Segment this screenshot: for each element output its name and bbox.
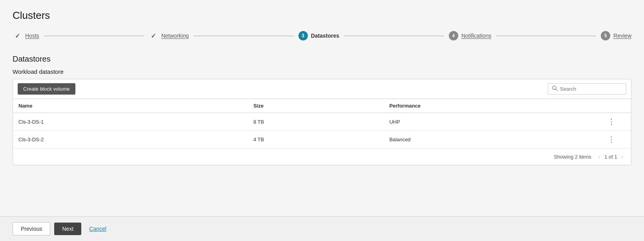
step-datastores: 3 Datastores — [298, 31, 339, 40]
step-networking-circle: ✓ — [149, 31, 158, 40]
search-box — [548, 83, 626, 95]
step-review-circle: 5 — [601, 31, 610, 40]
pagination-next-button[interactable]: › — [619, 152, 626, 161]
cancel-button[interactable]: Cancel — [85, 223, 110, 235]
page-title: Clusters — [13, 9, 631, 22]
col-header-name: Name — [13, 99, 248, 113]
create-block-volume-button[interactable]: Create block volume — [18, 83, 75, 95]
cell-performance: Balanced — [384, 131, 600, 148]
step-line-2 — [194, 36, 294, 36]
table-footer: Showing 2 items ‹ 1 of 1 › — [13, 148, 631, 165]
step-review: 5 Review — [601, 31, 631, 40]
showing-items-text: Showing 2 items — [554, 154, 591, 160]
cell-size: 4 TB — [248, 131, 384, 148]
step-datastores-label: Datastores — [311, 33, 339, 39]
col-header-actions — [600, 99, 631, 113]
step-line-4 — [496, 36, 596, 36]
pagination-controls: ‹ 1 of 1 › — [596, 152, 626, 161]
page-wrapper: Clusters ✓ Hosts ✓ Networking 3 — [0, 0, 644, 241]
step-hosts-label[interactable]: Hosts — [25, 33, 39, 39]
step-line-1 — [44, 36, 144, 36]
cell-performance: UHP — [384, 113, 600, 131]
row-more-button[interactable]: ⋮ — [606, 135, 617, 144]
cell-name: Cls-3-DS-1 — [13, 113, 248, 131]
next-button[interactable]: Next — [54, 223, 81, 235]
step-hosts: ✓ Hosts — [13, 31, 39, 40]
step-notifications-circle: 4 — [449, 31, 458, 40]
col-header-performance: Performance — [384, 99, 600, 113]
col-header-size: Size — [248, 99, 384, 113]
search-icon — [552, 86, 558, 92]
table-toolbar: Create block volume — [13, 79, 631, 99]
workload-datastore-title: Workload datastore — [13, 68, 631, 75]
step-networking: ✓ Networking — [149, 31, 189, 40]
table-row: Cls-3-DS-2 4 TB Balanced ⋮ — [13, 131, 631, 148]
datastores-section-title: Datastores — [13, 55, 631, 64]
cell-size: 8 TB — [248, 113, 384, 131]
step-notifications: 4 Notifications — [449, 31, 491, 40]
step-review-label[interactable]: Review — [613, 33, 631, 39]
step-hosts-circle: ✓ — [13, 31, 22, 40]
svg-line-1 — [556, 89, 557, 91]
stepper: ✓ Hosts ✓ Networking 3 Datastores — [13, 31, 631, 40]
table-row: Cls-3-DS-1 8 TB UHP ⋮ — [13, 113, 631, 131]
main-content: Clusters ✓ Hosts ✓ Networking 3 — [0, 0, 644, 216]
cell-name: Cls-3-DS-2 — [13, 131, 248, 148]
step-datastores-circle: 3 — [298, 31, 308, 40]
row-more-button[interactable]: ⋮ — [606, 117, 617, 126]
search-input[interactable] — [560, 86, 622, 92]
cell-actions: ⋮ — [600, 131, 631, 148]
datastores-table: Name Size Performance Cls-3-DS-1 8 TB UH… — [13, 99, 631, 148]
step-line-3 — [344, 36, 444, 36]
step-notifications-label[interactable]: Notifications — [461, 33, 491, 39]
step-networking-label[interactable]: Networking — [161, 33, 189, 39]
pagination-prev-button[interactable]: ‹ — [596, 152, 603, 161]
bottom-bar: Previous Next Cancel — [0, 216, 644, 241]
pagination-info: 1 of 1 — [604, 154, 617, 160]
cell-actions: ⋮ — [600, 113, 631, 131]
datastores-table-container: Create block volume Name Si — [13, 79, 631, 165]
previous-button[interactable]: Previous — [13, 222, 50, 236]
